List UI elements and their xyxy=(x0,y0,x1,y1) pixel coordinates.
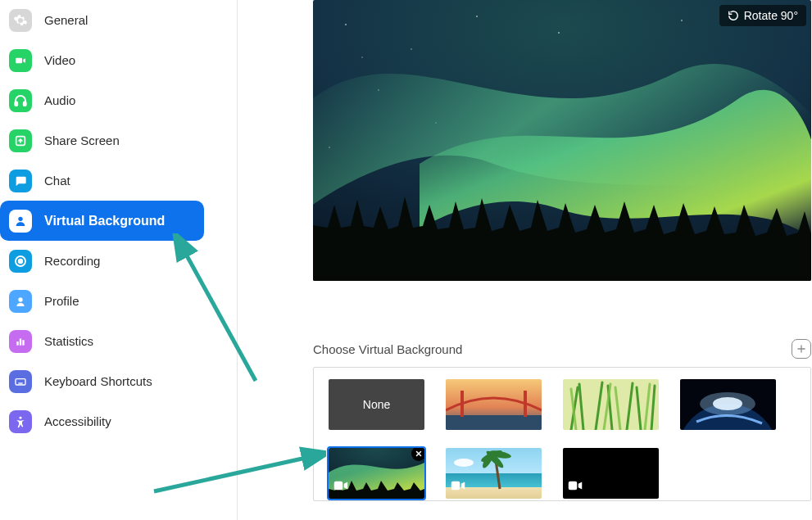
gear-icon xyxy=(9,9,32,32)
thumb-none[interactable]: None xyxy=(329,379,424,430)
sidebar-item-label: Video xyxy=(44,53,75,67)
sidebar-item-label: Chat xyxy=(44,174,70,188)
sidebar-item-label: Audio xyxy=(44,93,75,107)
add-background-button[interactable] xyxy=(792,339,811,359)
keyboard-icon xyxy=(9,370,32,393)
svg-rect-60 xyxy=(451,482,460,491)
sidebar-item-video[interactable]: Video xyxy=(0,40,234,80)
svg-rect-11 xyxy=(16,378,25,384)
svg-point-22 xyxy=(558,32,560,34)
svg-rect-2 xyxy=(24,102,26,106)
svg-point-59 xyxy=(454,459,474,467)
sidebar-item-recording[interactable]: Recording xyxy=(0,241,234,281)
plus-icon xyxy=(796,343,807,355)
stats-icon xyxy=(9,330,32,353)
thumb-none-label: None xyxy=(363,398,390,411)
share-icon xyxy=(9,129,32,152)
thumb-earth[interactable] xyxy=(680,379,776,430)
thumb-grass[interactable] xyxy=(563,379,659,430)
sidebar-item-accessibility[interactable]: Accessibility xyxy=(0,401,234,441)
svg-point-6 xyxy=(19,259,23,263)
sidebar-item-label: Recording xyxy=(44,254,100,268)
choose-row: Choose Virtual Background xyxy=(313,339,811,359)
a11y-icon xyxy=(9,410,32,433)
settings-sidebar: GeneralVideoAudioShare ScreenChatVirtual… xyxy=(0,0,238,520)
choose-label: Choose Virtual Background xyxy=(313,342,462,356)
video-icon xyxy=(568,480,583,491)
sidebar-item-label: Keyboard Shortcuts xyxy=(44,374,152,388)
record-icon xyxy=(9,250,32,273)
person-icon xyxy=(9,210,32,233)
sidebar-item-keyboard-shortcuts[interactable]: Keyboard Shortcuts xyxy=(0,361,234,401)
svg-point-19 xyxy=(411,48,412,50)
svg-rect-9 xyxy=(20,338,21,345)
chat-icon xyxy=(9,170,32,192)
svg-rect-30 xyxy=(446,415,542,430)
video-icon xyxy=(9,49,32,72)
sidebar-item-general[interactable]: General xyxy=(0,0,234,40)
video-icon xyxy=(333,480,348,491)
svg-point-18 xyxy=(345,24,347,25)
remove-thumb-button[interactable] xyxy=(411,448,424,461)
rotate-icon xyxy=(728,10,739,21)
sidebar-item-label: Statistics xyxy=(44,334,93,348)
aurora-image xyxy=(313,0,811,281)
svg-point-48 xyxy=(700,392,755,415)
thumb-black[interactable] xyxy=(563,448,659,499)
svg-rect-10 xyxy=(22,340,24,345)
sidebar-item-profile[interactable]: Profile xyxy=(0,281,234,321)
sidebar-item-chat[interactable]: Chat xyxy=(0,161,234,201)
sidebar-item-label: Profile xyxy=(44,294,79,308)
sidebar-item-share-screen[interactable]: Share Screen xyxy=(0,120,234,161)
svg-point-20 xyxy=(476,16,478,17)
svg-point-7 xyxy=(18,297,22,301)
svg-rect-62 xyxy=(569,482,578,491)
profile-icon xyxy=(9,290,32,313)
thumb-aurora[interactable] xyxy=(329,448,424,499)
svg-rect-0 xyxy=(16,57,22,63)
thumb-bridge[interactable] xyxy=(446,379,542,430)
rotate-button[interactable]: Rotate 90° xyxy=(719,5,806,26)
sidebar-item-label: Accessibility xyxy=(44,414,111,428)
video-icon xyxy=(451,480,465,491)
headphones-icon xyxy=(9,89,32,112)
svg-point-23 xyxy=(681,20,683,21)
sidebar-item-label: Virtual Background xyxy=(44,214,165,228)
sidebar-item-label: Share Screen xyxy=(44,133,120,147)
svg-point-16 xyxy=(20,416,22,418)
thumbnails-panel: None xyxy=(313,367,811,501)
svg-point-4 xyxy=(18,216,22,220)
svg-rect-1 xyxy=(15,102,17,106)
svg-rect-8 xyxy=(16,341,18,346)
background-preview: Rotate 90° xyxy=(313,0,811,281)
thumb-beach[interactable] xyxy=(446,448,542,499)
rotate-label: Rotate 90° xyxy=(744,9,798,22)
sidebar-item-label: General xyxy=(44,13,88,27)
sidebar-item-audio[interactable]: Audio xyxy=(0,80,234,120)
sidebar-item-virtual-background[interactable]: Virtual Background xyxy=(0,201,204,241)
settings-main: Rotate 90° Choose Virtual Background Non… xyxy=(238,0,812,520)
close-icon xyxy=(415,450,423,458)
svg-point-26 xyxy=(361,57,362,57)
svg-rect-50 xyxy=(334,482,343,491)
sidebar-item-statistics[interactable]: Statistics xyxy=(0,321,234,361)
